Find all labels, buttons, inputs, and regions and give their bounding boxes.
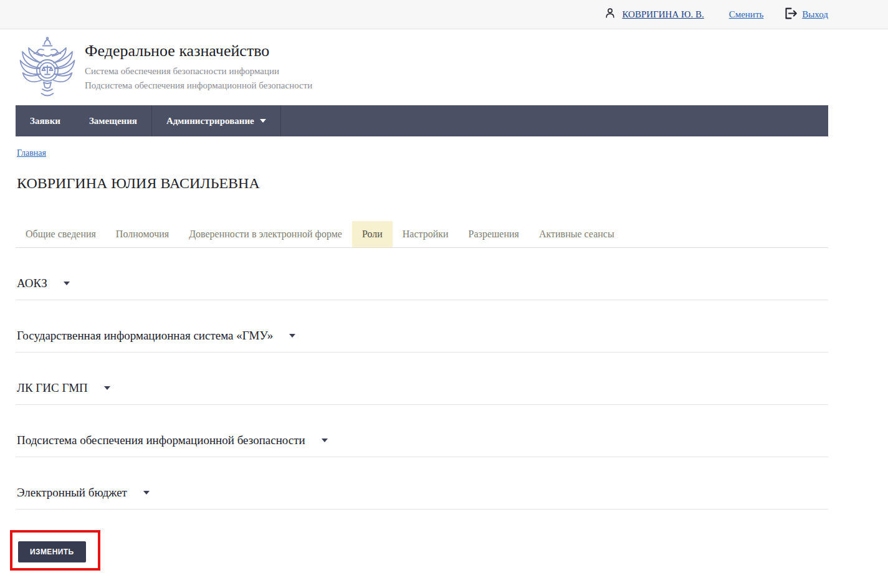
org-subtitle-2: Подсистема обеспечения информационной бе… [85, 80, 312, 91]
main-nav: Заявки Замещения Администрирование [16, 105, 828, 136]
edit-button-area: ИЗМЕНИТЬ [18, 541, 86, 562]
profile-tabs: Общие сведения Полномочия Доверенности в… [16, 221, 828, 248]
tab-nastroyki[interactable]: Настройки [393, 221, 459, 247]
tab-aktivnye-seansy[interactable]: Активные сеансы [529, 221, 624, 247]
tab-polnomochiya[interactable]: Полномочия [106, 221, 179, 247]
chevron-down-icon [104, 386, 110, 390]
section-title: Подсистема обеспечения информационной бе… [17, 434, 305, 447]
nav-item-zayavki[interactable]: Заявки [16, 105, 75, 136]
tab-doverennosti[interactable]: Доверенности в электронной форме [179, 221, 352, 247]
chevron-down-icon [143, 491, 150, 495]
nav-item-label: Администрирование [166, 116, 254, 126]
switch-user-link[interactable]: Сменить [729, 9, 764, 20]
section-title: Электронный бюджет [17, 486, 127, 499]
logout-label: Выход [802, 9, 828, 20]
nav-item-label: Замещения [89, 116, 137, 126]
roles-accordion: АОКЗ Государственная информационная сист… [16, 248, 828, 510]
section-lk-gis-gmp[interactable]: ЛК ГИС ГМП [16, 353, 828, 405]
breadcrumb: Главная [17, 148, 888, 158]
tab-razresheniya[interactable]: Разрешения [459, 221, 529, 247]
chevron-down-icon [64, 282, 70, 285]
user-icon [604, 7, 616, 22]
org-subtitle-1: Система обеспечения безопасности информа… [85, 66, 312, 77]
section-podsistema-ib[interactable]: Подсистема обеспечения информационной бе… [16, 405, 828, 457]
logout-icon [783, 7, 798, 22]
current-user-link[interactable]: КОВРИГИНА Ю. В. [622, 9, 704, 20]
top-user-bar: КОВРИГИНА Ю. В. Сменить Выход [0, 0, 888, 29]
nav-item-administrirovanie[interactable]: Администрирование [151, 105, 281, 136]
section-elektronny-byudzhet[interactable]: Электронный бюджет [16, 457, 828, 510]
treasury-emblem-logo [19, 36, 76, 99]
tab-roli[interactable]: Роли [352, 221, 393, 247]
chevron-down-icon [322, 439, 328, 442]
section-title: Государственная информационная система «… [17, 329, 273, 342]
org-title: Федеральное казначейство [85, 42, 312, 60]
section-gis-gmu[interactable]: Государственная информационная система «… [16, 300, 828, 353]
breadcrumb-home-link[interactable]: Главная [17, 148, 46, 158]
nav-item-label: Заявки [30, 116, 60, 126]
chevron-down-icon [289, 334, 295, 338]
logout-link[interactable]: Выход [783, 7, 828, 22]
site-header: Федеральное казначейство Система обеспеч… [0, 29, 888, 105]
section-title: АОКЗ [17, 277, 47, 290]
page-title: КОВРИГИНА ЮЛИЯ ВАСИЛЬЕВНА [17, 175, 888, 192]
section-title: ЛК ГИС ГМП [17, 381, 88, 394]
tab-obshchie-svedeniya[interactable]: Общие сведения [16, 221, 106, 247]
chevron-down-icon [260, 119, 266, 123]
section-aokz[interactable]: АОКЗ [16, 248, 828, 300]
edit-button[interactable]: ИЗМЕНИТЬ [18, 541, 86, 562]
nav-item-zameshcheniya[interactable]: Замещения [75, 105, 151, 136]
